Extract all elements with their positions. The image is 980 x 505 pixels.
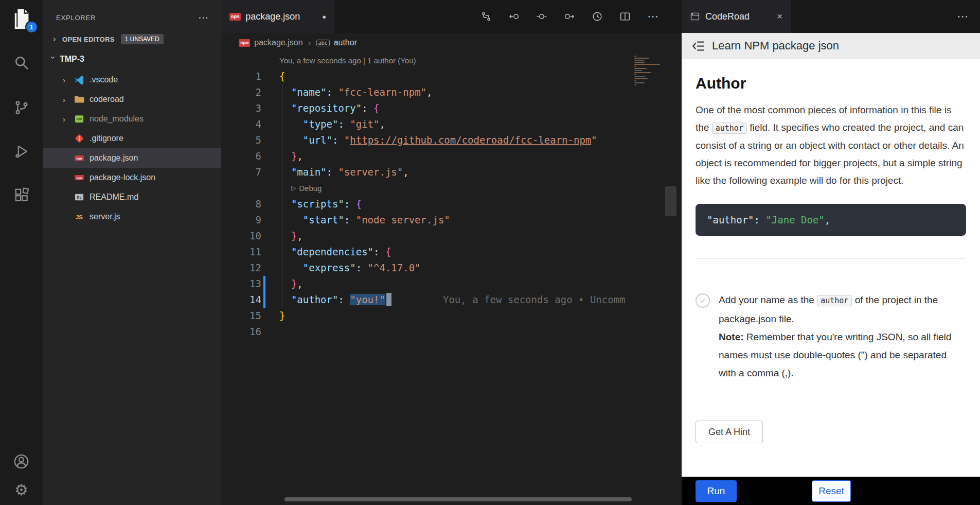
line-number: 7 bbox=[221, 164, 261, 180]
code-line-10[interactable]: 10 }, bbox=[221, 228, 634, 244]
debug-codelens[interactable]: ▷Debug bbox=[261, 180, 322, 196]
file-item-.gitignore[interactable]: .gitignore bbox=[43, 129, 221, 148]
code-text: { bbox=[261, 68, 285, 84]
file-item-coderoad[interactable]: ›coderoad bbox=[43, 90, 221, 109]
open-editors-section[interactable]: › OPEN EDITORS 1 UNSAVED bbox=[43, 30, 221, 48]
line-number: 11 bbox=[221, 244, 261, 260]
code-line-7[interactable]: 7 "main": "server.js", bbox=[221, 164, 634, 180]
next-change-icon[interactable] bbox=[564, 11, 575, 22]
code-line-16[interactable]: 16 bbox=[221, 324, 634, 340]
svg-text:JS: JS bbox=[76, 214, 83, 220]
code-line-6[interactable]: 6 }, bbox=[221, 148, 634, 164]
debug-codelens-row: ▷Debug bbox=[221, 180, 634, 196]
scrollbar-thumb-vertical[interactable] bbox=[665, 186, 676, 216]
explorer-sidebar: EXPLORER ⋯ › OPEN EDITORS 1 UNSAVED › TM… bbox=[43, 0, 221, 505]
file-item-package.json[interactable]: npmpackage.json bbox=[43, 148, 221, 168]
code-line-4[interactable]: 4 "type": "git", bbox=[221, 116, 634, 132]
code-editor[interactable]: You, a few seconds ago | 1 author (You) … bbox=[221, 53, 634, 495]
explorer-more-actions-icon[interactable]: ⋯ bbox=[198, 11, 209, 24]
source-control-icon[interactable] bbox=[14, 100, 29, 115]
code-line-5[interactable]: 5 "url": "https://github.com/coderoad/fc… bbox=[221, 132, 634, 148]
line-number: 3 bbox=[221, 100, 261, 116]
line-number: 5 bbox=[221, 132, 261, 148]
tab-package-json[interactable]: npm package.json ● bbox=[221, 0, 334, 33]
run-button[interactable]: Run bbox=[696, 480, 737, 502]
scrollbar-thumb-horizontal[interactable] bbox=[284, 497, 632, 501]
file-label: package.json bbox=[90, 153, 138, 163]
panel-footer: Run Reset bbox=[682, 477, 980, 505]
code-line-14[interactable]: 14 "author": "you!"You, a few seconds ag… bbox=[221, 292, 634, 308]
file-label: package-lock.json bbox=[90, 173, 155, 182]
chevron-down-icon: › bbox=[48, 56, 58, 62]
search-icon[interactable] bbox=[13, 55, 30, 71]
workspace-root[interactable]: › TMP-3 bbox=[43, 48, 221, 70]
code-line-9[interactable]: 9 "start": "node server.js" bbox=[221, 212, 634, 228]
line-number: 6 bbox=[221, 148, 261, 164]
code-line-2[interactable]: 2 "name": "fcc-learn-npm", bbox=[221, 84, 634, 100]
code-line-13[interactable]: 13 }, bbox=[221, 276, 634, 292]
line-number: 4 bbox=[221, 116, 261, 132]
git-file-icon bbox=[74, 133, 87, 144]
file-label: README.md bbox=[90, 193, 138, 202]
account-icon[interactable] bbox=[13, 453, 30, 470]
breadcrumb-symbol[interactable]: author bbox=[334, 38, 357, 47]
close-tab-icon[interactable]: × bbox=[777, 11, 782, 22]
panel-tab-bar: CodeRoad × ⋯ bbox=[682, 0, 980, 33]
run-and-debug-icon[interactable] bbox=[14, 144, 29, 159]
editor-tab-bar: npm package.json ● ⋯ bbox=[221, 0, 682, 33]
line-number: 14 bbox=[221, 292, 261, 308]
get-hint-button[interactable]: Get A Hint bbox=[696, 421, 763, 443]
svg-text:npm: npm bbox=[77, 117, 82, 121]
explorer-icon[interactable]: 1 bbox=[8, 5, 35, 33]
coderoad-panel: Author One of the most common pieces of … bbox=[682, 59, 980, 477]
code-text: } bbox=[261, 308, 285, 324]
code-line-3[interactable]: 3 "repository": { bbox=[221, 100, 634, 116]
lesson-heading: Author bbox=[696, 75, 966, 92]
compare-changes-icon[interactable] bbox=[480, 11, 492, 22]
file-label: .vscode bbox=[90, 75, 118, 84]
file-item-server.js[interactable]: JSserver.js bbox=[43, 207, 221, 227]
code-line-15[interactable]: 15} bbox=[221, 308, 634, 324]
sidebar-title: EXPLORER bbox=[56, 14, 96, 22]
file-label: coderoad bbox=[90, 95, 124, 104]
line-number: 10 bbox=[221, 228, 261, 244]
timeline-icon[interactable] bbox=[592, 11, 603, 22]
back-to-lessons-icon[interactable] bbox=[692, 39, 706, 53]
file-item-package-lock.json[interactable]: npmpackage-lock.json bbox=[43, 168, 221, 187]
line-number: 13 bbox=[221, 276, 261, 292]
task-item: Add your name as the author of the proje… bbox=[696, 291, 966, 382]
file-item-node_modules[interactable]: ›npmnode_modules bbox=[43, 109, 221, 129]
file-item-README.md[interactable]: M↓README.md bbox=[43, 187, 221, 207]
split-editor-icon[interactable] bbox=[619, 11, 631, 22]
code-lines: 1{2 "name": "fcc-learn-npm",3 "repositor… bbox=[221, 68, 634, 340]
md-file-icon: M↓ bbox=[74, 192, 87, 202]
tab-coderoad[interactable]: CodeRoad × bbox=[682, 0, 791, 33]
extensions-icon[interactable] bbox=[14, 187, 29, 203]
modified-line-marker bbox=[263, 276, 265, 292]
code-line-12[interactable]: 12 "express": "^4.17.0" bbox=[221, 260, 634, 276]
code-text: "express": "^4.17.0" bbox=[261, 260, 421, 276]
inline-code-chip: author bbox=[712, 123, 747, 134]
dirty-indicator-icon: ● bbox=[322, 13, 326, 21]
chevron-right-icon: › bbox=[63, 76, 74, 84]
code-line-11[interactable]: 11 "dependencies": { bbox=[221, 244, 634, 260]
codelens-annotation[interactable]: You, a few seconds ago | 1 author (You) bbox=[261, 53, 416, 68]
file-item-.vscode[interactable]: ›.vscode bbox=[43, 70, 221, 90]
symbol-string-icon: abc bbox=[316, 40, 330, 46]
breadcrumb-file[interactable]: package.json bbox=[254, 38, 302, 47]
code-text: "name": "fcc-learn-npm", bbox=[261, 84, 432, 100]
previous-change-icon[interactable] bbox=[508, 11, 520, 22]
line-number: 1 bbox=[221, 68, 261, 84]
code-text: }, bbox=[261, 276, 303, 292]
code-line-1[interactable]: 1{ bbox=[221, 68, 634, 84]
code-line-8[interactable]: 8 "scripts": { bbox=[221, 196, 634, 212]
more-actions-icon[interactable]: ⋯ bbox=[647, 10, 659, 23]
reset-button[interactable]: Reset bbox=[812, 480, 851, 502]
minimap[interactable] bbox=[634, 53, 664, 89]
settings-gear-icon[interactable]: ⚙ bbox=[14, 482, 28, 498]
unchanged-region-icon[interactable] bbox=[536, 11, 547, 22]
task-check-icon bbox=[696, 293, 710, 308]
preview-icon bbox=[690, 11, 700, 22]
line-number: 9 bbox=[221, 212, 261, 228]
panel-more-actions-icon[interactable]: ⋯ bbox=[957, 10, 969, 23]
